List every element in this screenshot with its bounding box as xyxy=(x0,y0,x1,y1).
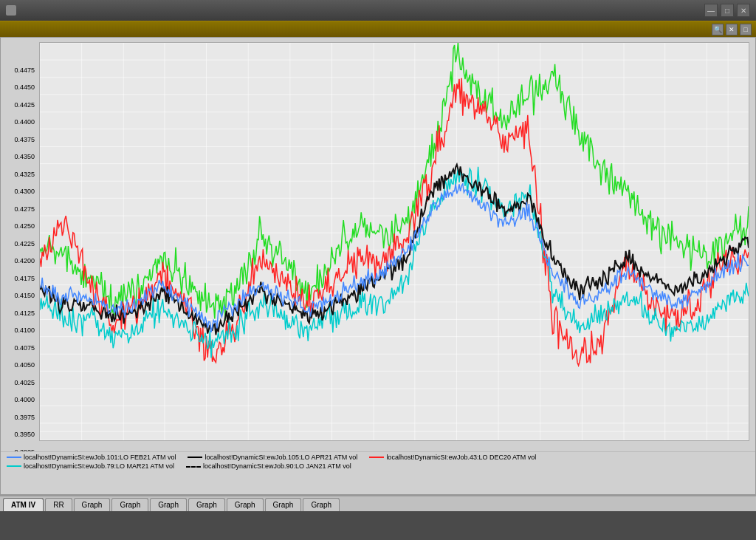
chart-svg xyxy=(40,43,749,440)
search-button[interactable]: 🔍 xyxy=(712,24,724,35)
y-axis-label: 0.4450 xyxy=(14,83,35,91)
legend-text: localhost!DynamicSI:ewJob.90:LO JAN21 AT… xyxy=(203,462,351,470)
legend-line-color xyxy=(7,465,21,467)
tab-graph[interactable]: Graph xyxy=(265,498,302,511)
legend-item: localhost!DynamicSI:ewJob.90:LO JAN21 AT… xyxy=(186,462,351,470)
legend-text: localhost!DynamicSI:ewJob.105:LO APR21 A… xyxy=(205,454,357,461)
y-axis-label: 0.4225 xyxy=(14,240,35,247)
close-button[interactable]: ✕ xyxy=(737,4,750,17)
legend-line-color xyxy=(7,457,21,458)
y-axis-label: 0.4175 xyxy=(14,275,35,282)
panel-header: 🔍 ✕ □ xyxy=(0,21,756,37)
y-axis-label: 0.4350 xyxy=(14,153,35,160)
y-axis-label: 0.4375 xyxy=(14,136,35,143)
y-axis-label: 0.4125 xyxy=(14,310,35,317)
maximize-button[interactable]: □ xyxy=(721,4,734,17)
y-axis-label: 0.4400 xyxy=(14,118,35,126)
y-axis-label: 0.4050 xyxy=(14,361,35,369)
legend-item: localhost!DynamicSI:ewJob.105:LO APR21 A… xyxy=(188,454,357,461)
tab-rr[interactable]: RR xyxy=(45,498,72,511)
legend-area: localhost!DynamicSI:ewJob.101:LO FEB21 A… xyxy=(1,451,755,478)
tab-graph[interactable]: Graph xyxy=(150,498,187,511)
y-axis-label: 0.4075 xyxy=(14,344,35,352)
legend-item: localhost!DynamicSI:ewJob.43:LO DEC20 AT… xyxy=(369,454,536,461)
legend-row-1: localhost!DynamicSI:ewJob.101:LO FEB21 A… xyxy=(7,454,749,461)
y-axis: 0.44750.44500.44250.44000.43750.43500.43… xyxy=(1,54,38,453)
legend-line-color xyxy=(186,466,201,468)
y-axis-label: 0.4025 xyxy=(14,379,35,386)
y-axis-label: 0.3950 xyxy=(14,431,35,438)
legend-text: localhost!DynamicSI:ewJob.43:LO DEC20 AT… xyxy=(386,454,536,461)
title-bar-left xyxy=(6,5,21,16)
tab-graph[interactable]: Graph xyxy=(111,498,148,511)
legend-text: localhost!DynamicSI:ewJob.101:LO FEB21 A… xyxy=(24,454,176,461)
y-axis-label: 0.4150 xyxy=(14,292,35,299)
y-axis-label: 0.4325 xyxy=(14,171,35,178)
minimize-button[interactable]: — xyxy=(704,4,718,17)
legend-text: localhost!DynamicSI:ewJob.79:LO MAR21 AT… xyxy=(24,462,174,470)
y-axis-label: 0.4100 xyxy=(14,327,35,334)
tab-graph[interactable]: Graph xyxy=(227,498,264,511)
panel-controls: 🔍 ✕ □ xyxy=(712,24,752,35)
tab-bar: ATM IVRRGraphGraphGraphGraphGraphGraphGr… xyxy=(0,495,756,511)
legend-row-2: localhost!DynamicSI:ewJob.79:LO MAR21 AT… xyxy=(7,462,749,470)
y-axis-label: 0.4250 xyxy=(14,222,35,230)
y-axis-label: 0.4475 xyxy=(14,66,35,74)
tab-graph[interactable]: Graph xyxy=(74,498,111,511)
tab-graph[interactable]: Graph xyxy=(303,498,340,511)
tab-graph[interactable]: Graph xyxy=(188,498,225,511)
y-axis-label: 0.4275 xyxy=(14,205,35,213)
y-axis-label: 0.4200 xyxy=(14,257,35,264)
legend-line-color xyxy=(369,457,384,458)
chart-container: 0.44750.44500.44250.44000.43750.43500.43… xyxy=(0,37,756,495)
panel-maximize-button[interactable]: □ xyxy=(740,24,752,35)
y-axis-label: 0.4000 xyxy=(14,396,35,403)
legend-item: localhost!DynamicSI:ewJob.79:LO MAR21 AT… xyxy=(7,462,174,470)
title-bar: — □ ✕ xyxy=(0,0,756,21)
y-axis-label: 0.4300 xyxy=(14,188,35,195)
app-icon xyxy=(6,5,16,16)
y-axis-label: 0.4425 xyxy=(14,101,35,109)
title-bar-controls: — □ ✕ xyxy=(704,4,750,17)
panel-close-button[interactable]: ✕ xyxy=(726,24,738,35)
chart-area xyxy=(39,42,749,441)
legend-line-color xyxy=(188,457,202,458)
legend-item: localhost!DynamicSI:ewJob.101:LO FEB21 A… xyxy=(7,454,176,461)
tab-atm-iv[interactable]: ATM IV xyxy=(3,498,44,511)
y-axis-label: 0.3975 xyxy=(14,414,35,421)
